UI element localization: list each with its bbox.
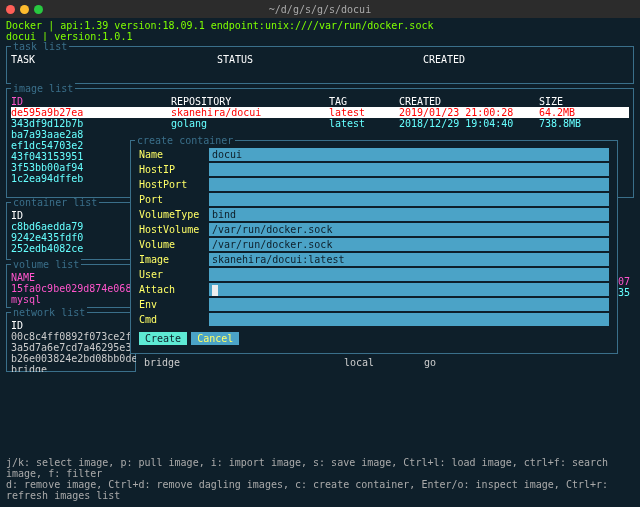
field-input[interactable]: docui <box>209 148 609 161</box>
panel-label: task list <box>11 41 69 52</box>
net-scope: local <box>344 357 424 368</box>
create-container-modal: create container NamedocuiHostIPHostPort… <box>130 140 618 354</box>
image-row[interactable]: ba7a93aae2a8 <box>11 129 629 140</box>
field-input[interactable]: skanehira/docui:latest <box>209 253 609 266</box>
field-label: User <box>139 269 209 280</box>
form-row: HostIP <box>139 163 609 176</box>
field-label: Volume <box>139 239 209 250</box>
col-id: ID <box>11 96 171 107</box>
col-id: ID <box>11 320 131 331</box>
field-input[interactable] <box>209 163 609 176</box>
field-input[interactable] <box>209 313 609 326</box>
col-repo: REPOSITORY <box>171 96 329 107</box>
field-input[interactable]: /var/run/docker.sock <box>209 238 609 251</box>
network-list-panel: network list ID 00c8c4ff0892f073ce2f543a… <box>6 312 136 372</box>
help-line: d: remove image, Ctrl+d: remove dagling … <box>6 479 634 501</box>
field-label: HostPort <box>139 179 209 190</box>
image-row[interactable]: de595a9b27easkanehira/docuilatest2019/01… <box>11 107 629 118</box>
col-name: NAME <box>11 272 131 283</box>
image-row[interactable]: 343df9d12b7bgolanglatest2018/12/29 19:04… <box>11 118 629 129</box>
form-row: VolumeTypebind <box>139 208 609 221</box>
net-extra: go <box>424 357 436 368</box>
field-input[interactable]: /var/run/docker.sock <box>209 223 609 236</box>
net-driver: bridge <box>144 357 344 368</box>
app-window: ~/d/g/s/g/s/docui Docker | api:1.39 vers… <box>0 0 640 507</box>
field-input[interactable] <box>209 298 609 311</box>
col-created: CREATED <box>423 54 629 65</box>
volume-row[interactable]: mysql <box>11 294 131 305</box>
col-created: CREATED <box>399 96 539 107</box>
col-tag: TAG <box>329 96 399 107</box>
field-label: Name <box>139 149 209 160</box>
panel-label: network list <box>11 307 87 318</box>
container-row[interactable]: 9242e435fdf0 <box>11 232 131 243</box>
panel-label: volume list <box>11 259 81 270</box>
col-status: STATUS <box>217 54 423 65</box>
field-label: VolumeType <box>139 209 209 220</box>
field-input[interactable] <box>209 193 609 206</box>
form-row: User <box>139 268 609 281</box>
create-button[interactable]: Create <box>139 332 187 345</box>
panel-label: image list <box>11 83 75 94</box>
network-row[interactable]: b26e003824e2bd08bb0de4... bridge <box>11 353 131 372</box>
form-row: Env <box>139 298 609 311</box>
col-task: TASK <box>11 54 217 65</box>
volume-list-panel: volume list NAME 15fa0c9be029d874e0687fm… <box>6 264 136 308</box>
col-id: ID <box>11 210 131 221</box>
docui-header: docui | version:1.0.1 <box>6 31 634 42</box>
form-row: Namedocui <box>139 148 609 161</box>
form-row: Attach <box>139 283 609 296</box>
field-label: Image <box>139 254 209 265</box>
cancel-button[interactable]: Cancel <box>191 332 239 345</box>
col-size: SIZE <box>539 96 563 107</box>
field-label: HostIP <box>139 164 209 175</box>
field-label: Cmd <box>139 314 209 325</box>
container-row[interactable]: 252edb4082ce <box>11 243 131 254</box>
window-path: ~/d/g/s/g/s/docui <box>0 4 640 15</box>
form-row: HostVolume/var/run/docker.sock <box>139 223 609 236</box>
container-row[interactable]: c8bd6aedda79 <box>11 221 131 232</box>
field-input[interactable] <box>209 283 609 296</box>
container-list-panel: container list ID c8bd6aedda799242e435fd… <box>6 202 136 260</box>
form-row: Port <box>139 193 609 206</box>
network-row[interactable]: 3a5d7a6e7cd7a46295e3a0 <box>11 342 131 353</box>
task-list-panel: task list TASK STATUS CREATED <box>6 46 634 84</box>
form-row: Volume/var/run/docker.sock <box>139 238 609 251</box>
volume-row[interactable]: 15fa0c9be029d874e0687f <box>11 283 131 294</box>
field-label: Port <box>139 194 209 205</box>
titlebar: ~/d/g/s/g/s/docui <box>0 0 640 18</box>
modal-label: create container <box>135 135 235 146</box>
field-input[interactable] <box>209 178 609 191</box>
panel-label: container list <box>11 198 99 208</box>
field-input[interactable]: bind <box>209 208 609 221</box>
docker-header: Docker | api:1.39 version:18.09.1 endpoi… <box>6 20 634 31</box>
form-row: HostPort <box>139 178 609 191</box>
field-label: Env <box>139 299 209 310</box>
form-row: Imageskanehira/docui:latest <box>139 253 609 266</box>
field-label: Attach <box>139 284 209 295</box>
field-label: HostVolume <box>139 224 209 235</box>
form-row: Cmd <box>139 313 609 326</box>
field-input[interactable] <box>209 268 609 281</box>
network-row[interactable]: 00c8c4ff0892f073ce2f54 <box>11 331 131 342</box>
help-line: j/k: select image, p: pull image, i: imp… <box>6 457 634 479</box>
